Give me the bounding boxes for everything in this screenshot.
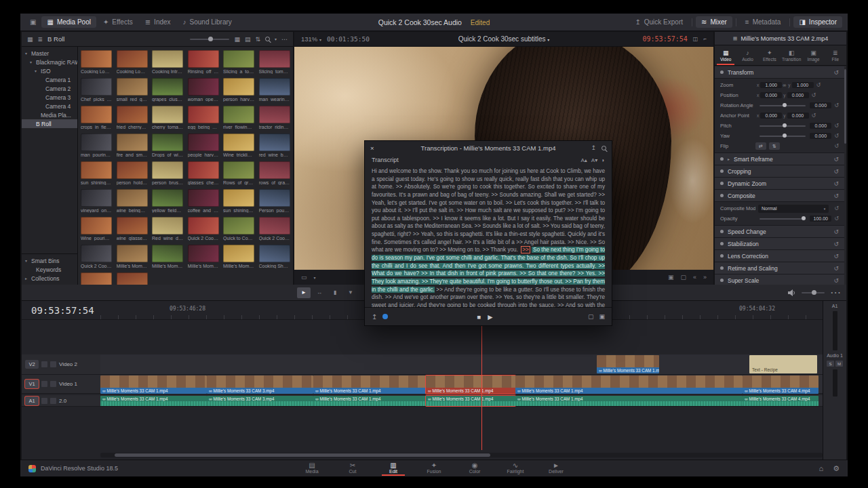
media-clip[interactable]: Cooking Lower...	[81, 50, 112, 74]
bin-item-blackmagic-raw[interactable]: ▾Blackmagic RAW	[22, 58, 77, 66]
thumbnail-size-slider[interactable]	[190, 39, 229, 40]
reset-icon[interactable]: ↺	[833, 228, 839, 235]
inspector-section-cropping[interactable]: Cropping↺	[715, 165, 844, 178]
reset-icon[interactable]: ↺	[834, 102, 839, 108]
media-clip[interactable]: Cooking Show	[117, 272, 148, 285]
close-icon[interactable]: ×	[370, 144, 374, 152]
reset-icon[interactable]: ↺	[834, 143, 839, 149]
bin-item-master[interactable]: ▾Master	[22, 49, 77, 58]
bin-item-media-pla[interactable]: Media Pla...	[22, 110, 77, 119]
bin-item-camera-2[interactable]: Camera 2	[22, 84, 77, 93]
reset-icon[interactable]: ↺	[834, 205, 839, 211]
media-clip[interactable]: Quick 2 Cook 30...	[188, 217, 219, 241]
media-clip[interactable]: man_pouring_li...	[81, 134, 112, 157]
tab-file[interactable]: ≣File	[825, 45, 846, 65]
timeline-scrollbar-thumb[interactable]	[115, 453, 490, 457]
page-button-edit[interactable]: ▥Edit	[382, 462, 405, 476]
fullscreen-icon[interactable]: ▢	[680, 274, 686, 281]
composite-mode-select[interactable]: Normal▾	[758, 205, 829, 213]
bin-item-iso[interactable]: ▾ISO	[22, 66, 77, 75]
stop-icon[interactable]: ■	[477, 313, 488, 321]
value-field[interactable]: 0.000	[810, 102, 831, 108]
media-clip[interactable]: Person_pouring...	[259, 189, 290, 213]
topbar-button-effects[interactable]: ✦Effects	[98, 16, 138, 28]
reset-icon[interactable]: ↺	[833, 69, 839, 76]
media-clip[interactable]: Millie's Moment...	[152, 245, 183, 268]
page-button-color[interactable]: ◉Color	[463, 462, 486, 476]
topbar-button-metadata[interactable]: ≡Metadata	[740, 16, 787, 28]
inspector-section-speed-change[interactable]: Speed Change↺	[715, 226, 844, 238]
value-field[interactable]: 0.000	[810, 123, 831, 129]
value-field[interactable]: 0.000	[810, 133, 831, 139]
media-clip[interactable]: red_wine_being...	[259, 134, 290, 157]
media-clip[interactable]: man_wearing_a...	[259, 78, 290, 102]
media-clip[interactable]: sun_shining_ov...	[223, 189, 254, 213]
timeline-options-icon[interactable]: ⋯	[830, 286, 841, 299]
bin-item-camera-4[interactable]: Camera 4	[22, 102, 77, 110]
track-lock-toggle[interactable]	[41, 398, 47, 404]
mute-button[interactable]: M	[835, 361, 843, 367]
timeline-title-clip[interactable]: Text - Recipe	[749, 355, 817, 373]
tab-audio[interactable]: ♪Audio	[736, 45, 758, 65]
confidence-icon[interactable]: ◗	[601, 157, 605, 163]
reset-icon[interactable]: ↺	[816, 82, 821, 88]
section-enable-dot[interactable]	[720, 157, 724, 161]
section-enable-dot[interactable]	[720, 70, 724, 74]
track-header-a1[interactable]: A12.0	[22, 395, 100, 407]
media-clip[interactable]: Wine_trickling_i...	[223, 134, 254, 157]
inspector-section-smart-reframe[interactable]: ▸Smart Reframe↺	[715, 153, 844, 165]
track-lane-v1[interactable]: ∞Millie's Moments 33 CAM 1.mp4∞Millie's …	[100, 375, 823, 394]
play-icon[interactable]: ▶	[488, 313, 499, 321]
thumbnail-view-icon[interactable]: ▦	[234, 36, 240, 43]
section-enable-dot[interactable]	[720, 182, 724, 185]
media-clip[interactable]: coffee_and_milk...	[188, 189, 219, 213]
bin-item-smart-bins[interactable]: ▾Smart Bins	[22, 256, 77, 265]
media-clip[interactable]: person_holding...	[117, 161, 148, 185]
media-clip[interactable]: Slicing_tomatoe...	[259, 50, 290, 74]
inspector-section-transform[interactable]: Transform↺	[715, 66, 844, 79]
media-clip[interactable]: Slicing_a_tomat...	[223, 50, 254, 74]
section-enable-dot[interactable]	[720, 242, 724, 245]
media-clip[interactable]: vineyard_on_a_f...	[81, 189, 112, 213]
inspector-section-super-scale[interactable]: Super Scale↺	[715, 274, 844, 285]
page-button-deliver[interactable]: ►Deliver	[545, 462, 568, 476]
tab-effects[interactable]: ✦Effects	[759, 45, 781, 65]
track-id-badge[interactable]: V2	[25, 360, 39, 369]
track-header-v1[interactable]: V1Video 1	[22, 375, 100, 394]
slider[interactable]	[760, 105, 806, 106]
media-clip[interactable]: rows_of_grapevi...	[259, 161, 290, 185]
tab-video[interactable]: ▦Video	[715, 45, 736, 65]
reset-icon[interactable]: ↺	[833, 192, 839, 199]
text-size-down-icon[interactable]: A▾	[591, 157, 597, 163]
viewer-expand-icon[interactable]: ⌐	[703, 36, 707, 42]
solo-button[interactable]: S	[827, 361, 834, 367]
value-field[interactable]: 100.00	[810, 216, 831, 222]
timeline-video-clip[interactable]: ∞Millie's Moments 33 CAM 3.mp4	[207, 375, 313, 394]
bin-list-icon[interactable]: ≣	[38, 36, 43, 43]
bin-item-b-roll[interactable]: B Roll	[22, 119, 77, 128]
track-lock-toggle[interactable]	[41, 361, 47, 367]
value-field[interactable]: 0.000	[760, 92, 782, 98]
media-clip[interactable]: small_red_grap...	[117, 78, 148, 102]
viewer-scopes-icon[interactable]: ◫	[693, 36, 698, 42]
reset-icon[interactable]: ↺	[833, 168, 839, 175]
media-clip[interactable]: grapes_cluster...	[152, 78, 183, 102]
media-clip[interactable]: Cooking Intro L...	[152, 50, 183, 74]
value-field[interactable]: 1.000	[792, 82, 814, 88]
media-clip[interactable]: person_brushin...	[152, 161, 183, 185]
page-button-media[interactable]: ▤Media	[300, 462, 323, 476]
next-clip-icon[interactable]: »	[703, 274, 707, 281]
project-manager-icon[interactable]: ⌂	[818, 464, 823, 473]
media-clip[interactable]: Quick to Cook...	[223, 217, 254, 241]
inspector-section-lens-correction[interactable]: Lens Correction↺	[715, 250, 844, 262]
media-clip[interactable]: Red_wine_drop...	[152, 217, 183, 241]
selection-mode-icon[interactable]: ►	[297, 287, 311, 298]
link-icon[interactable]: ∞	[783, 83, 786, 87]
insert-mode-icon[interactable]: ▼	[344, 287, 357, 298]
reset-icon[interactable]: ↺	[812, 92, 816, 98]
track-lock-toggle[interactable]	[41, 381, 47, 387]
import-media-icon[interactable]: ▦	[27, 36, 33, 43]
export-transcript-icon[interactable]: ↥	[591, 144, 596, 151]
bin-item-collections[interactable]: ▸Collections	[22, 274, 77, 283]
topbar-button-inspector[interactable]: ◨Inspector	[793, 16, 842, 28]
